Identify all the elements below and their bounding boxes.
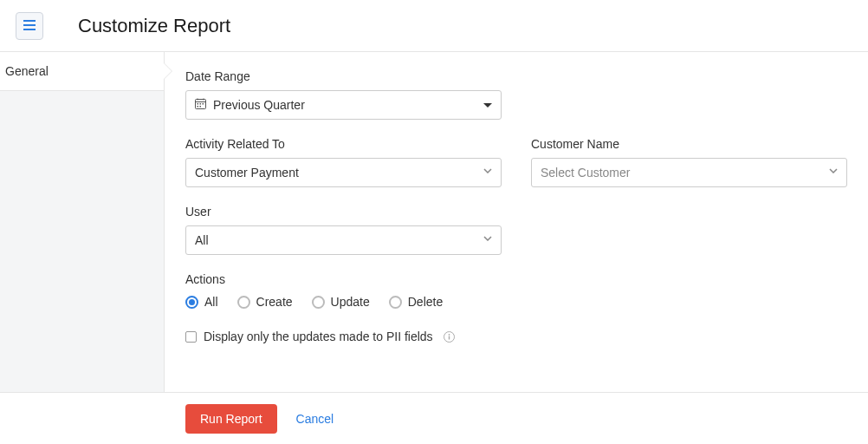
cancel-button[interactable]: Cancel <box>296 412 334 426</box>
user-label: User <box>185 205 502 219</box>
date-range-select[interactable]: Previous Quarter <box>185 90 502 120</box>
field-date-range: Date Range Previous Quarter <box>185 69 502 120</box>
actions-label: Actions <box>185 272 847 286</box>
user-value: All <box>195 233 209 247</box>
customer-name-placeholder: Select Customer <box>541 166 630 180</box>
page-title: Customize Report <box>78 15 230 37</box>
pii-checkbox-label: Display only the updates made to PII fie… <box>204 330 433 343</box>
run-report-button[interactable]: Run Report <box>185 404 277 434</box>
customer-name-select[interactable]: Select Customer <box>531 158 847 187</box>
checkbox-icon <box>185 331 197 343</box>
svg-point-7 <box>449 333 450 335</box>
chevron-down-icon <box>483 236 492 245</box>
page-header: Customize Report <box>0 0 868 52</box>
chevron-down-icon <box>829 168 838 177</box>
customer-name-label: Customer Name <box>531 137 847 151</box>
svg-rect-4 <box>198 106 199 108</box>
actions-radio-group: All Create Update Delete <box>185 295 847 309</box>
radio-label: Update <box>331 295 370 309</box>
radio-icon <box>185 296 198 309</box>
sidebar: General <box>0 52 165 392</box>
radio-action-delete[interactable]: Delete <box>389 295 443 309</box>
radio-label: Delete <box>408 295 443 309</box>
svg-rect-2 <box>200 103 202 105</box>
radio-icon <box>237 296 250 309</box>
svg-rect-1 <box>198 103 199 105</box>
field-actions: Actions All Create Update Delete <box>185 272 847 309</box>
radio-label: All <box>204 295 218 309</box>
svg-rect-3 <box>203 103 204 105</box>
pii-checkbox-row[interactable]: Display only the updates made to PII fie… <box>185 330 847 343</box>
field-activity-related-to: Activity Related To Customer Payment <box>185 137 502 187</box>
date-range-label: Date Range <box>185 69 502 83</box>
hamburger-icon <box>23 19 36 33</box>
radio-action-create[interactable]: Create <box>237 295 293 309</box>
radio-action-all[interactable]: All <box>185 295 218 309</box>
date-range-value: Previous Quarter <box>213 98 305 112</box>
hamburger-menu-button[interactable] <box>16 12 43 40</box>
sidebar-tab-general[interactable]: General <box>0 52 164 91</box>
caret-down-icon <box>483 103 492 108</box>
radio-icon <box>389 296 402 309</box>
activity-select[interactable]: Customer Payment <box>185 158 502 187</box>
form-main: Date Range Previous Quarter Activity Rel… <box>165 52 868 392</box>
activity-label: Activity Related To <box>185 137 502 151</box>
radio-icon <box>312 296 325 309</box>
info-icon[interactable] <box>444 330 456 343</box>
svg-rect-5 <box>200 106 202 108</box>
field-customer-name: Customer Name Select Customer <box>531 137 847 187</box>
svg-rect-8 <box>449 336 450 339</box>
field-user: User All <box>185 205 502 255</box>
activity-value: Customer Payment <box>195 166 299 180</box>
user-select[interactable]: All <box>185 225 502 255</box>
footer: Run Report Cancel <box>0 392 868 444</box>
chevron-down-icon <box>483 168 492 177</box>
body-area: General Date Range Previous Quarter <box>0 52 868 392</box>
radio-action-update[interactable]: Update <box>312 295 370 309</box>
calendar-icon <box>195 98 206 112</box>
sidebar-tab-label: General <box>5 64 49 78</box>
radio-label: Create <box>256 295 293 309</box>
